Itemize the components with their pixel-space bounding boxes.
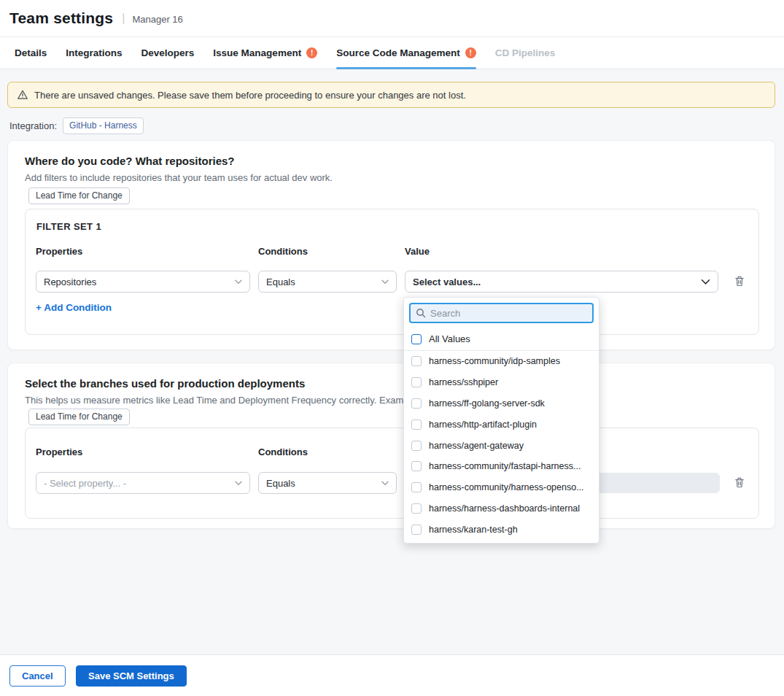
tab-label: Issue Management: [213, 47, 301, 58]
branches-card-subtitle: This helps us measure metrics like Lead …: [25, 395, 452, 406]
select-all-label: All Values: [429, 333, 470, 344]
value-multiselect-placeholder: Select values...: [413, 277, 701, 287]
footer-bar: Cancel Save SCM Settings: [0, 654, 784, 696]
delete-condition-button[interactable]: [732, 274, 747, 288]
properties-column-label: Properties: [36, 246, 82, 257]
branches-card-title: Select the branches used for production …: [25, 377, 305, 390]
chevron-down-icon: [381, 279, 389, 285]
repositories-card-subtitle: Add filters to include repositories that…: [25, 172, 333, 183]
search-icon: [416, 308, 426, 318]
property-select[interactable]: - Select property... -: [36, 472, 250, 494]
property-select-placeholder: - Select property... -: [44, 478, 235, 489]
repositories-card: Where do you code? What repositories? Ad…: [7, 140, 775, 350]
trash-icon: [734, 476, 745, 489]
repo-option[interactable]: harness-community/idp-samples: [404, 351, 599, 372]
branches-filter-set: Properties Conditions - Select property.…: [25, 428, 759, 519]
repo-option-label: harness/ff-golang-server-sdk: [429, 398, 545, 409]
checkbox-unchecked-icon[interactable]: [411, 398, 422, 409]
repo-option-label: harness/sshpiper: [429, 377, 498, 387]
values-dropdown-panel: All Values harness-community/idp-samples…: [403, 297, 599, 544]
tab-label: Source Code Management: [336, 47, 460, 58]
value-multiselect[interactable]: Select values...: [405, 271, 718, 293]
checkbox-unchecked-icon[interactable]: [411, 525, 422, 535]
save-scm-settings-button[interactable]: Save SCM Settings: [76, 665, 187, 687]
lead-time-chip: Lead Time for Change: [28, 409, 130, 425]
warning-triangle-icon: [17, 89, 28, 101]
properties-column-label: Properties: [36, 446, 82, 457]
page-header: Team settings | Manager 16: [0, 0, 784, 37]
tab-label: Developers: [141, 47, 195, 58]
filter-set-title: FILTER SET 1: [36, 221, 101, 232]
unsaved-changes-text: There are unsaved changes. Please save t…: [34, 90, 466, 101]
property-select-value: Repositories: [44, 277, 235, 287]
repo-option-label: harness-community/harness-openso...: [429, 482, 584, 492]
repo-option-label: harness/agent-gateway: [429, 441, 524, 451]
select-all-values-option[interactable]: All Values: [404, 328, 599, 351]
repo-option[interactable]: harness-community/harness-openso...: [404, 477, 599, 498]
unsaved-changes-banner: There are unsaved changes. Please save t…: [7, 82, 775, 108]
dropdown-search[interactable]: [409, 303, 594, 323]
repo-option[interactable]: harness/http-artifact-plugin: [404, 414, 599, 435]
repo-option[interactable]: harness/ff-golang-server-sdk: [404, 393, 599, 414]
repo-options-list: harness-community/idp-samples harness/ss…: [404, 351, 599, 544]
cancel-button[interactable]: Cancel: [9, 665, 66, 687]
checkbox-unchecked-icon[interactable]: [411, 334, 422, 344]
tab-alert-badge: !: [306, 47, 317, 58]
condition-select[interactable]: Equals: [258, 271, 397, 293]
tab[interactable]: Developers: [141, 37, 195, 69]
page-title: Team settings: [9, 9, 113, 27]
tab[interactable]: CD Pipelines: [495, 37, 556, 69]
repo-option-label: harness/harness-dashboards-internal: [429, 503, 580, 514]
lead-time-chip: Lead Time for Change: [28, 187, 130, 204]
checkbox-unchecked-icon[interactable]: [411, 419, 422, 430]
tab[interactable]: Integrations: [66, 37, 122, 69]
repo-option[interactable]: harness-community/fastapi-harness...: [404, 456, 599, 477]
tab-label: CD Pipelines: [495, 47, 556, 58]
tab-label: Details: [15, 47, 47, 58]
checkbox-unchecked-icon[interactable]: [411, 482, 422, 492]
chevron-down-icon: [381, 481, 389, 486]
integration-chip[interactable]: GitHub - Harness: [63, 117, 144, 134]
condition-select-value: Equals: [266, 277, 381, 287]
chevron-down-icon: [701, 279, 710, 285]
condition-select-value: Equals: [266, 478, 381, 489]
repositories-card-title: Where do you code? What repositories?: [25, 155, 235, 167]
repo-option[interactable]: harness/...: [404, 540, 599, 544]
checkbox-unchecked-icon[interactable]: [411, 356, 422, 366]
tab-label: Integrations: [66, 47, 122, 58]
repo-option[interactable]: harness/sshpiper: [404, 372, 599, 393]
branches-card: Select the branches used for production …: [7, 363, 775, 529]
tab[interactable]: Issue Management !: [213, 37, 317, 69]
checkbox-unchecked-icon[interactable]: [411, 441, 422, 451]
team-name: Manager 16: [132, 12, 182, 25]
repo-option[interactable]: harness/harness-dashboards-internal: [404, 498, 599, 519]
repo-option-label: harness/karan-test-gh: [429, 525, 518, 535]
add-condition-button[interactable]: + Add Condition: [36, 302, 112, 313]
condition-select[interactable]: Equals: [258, 472, 397, 494]
repo-option[interactable]: harness/karan-test-gh: [404, 519, 599, 540]
checkbox-unchecked-icon[interactable]: [411, 377, 422, 387]
trash-icon: [734, 275, 745, 287]
repo-option-label: harness-community/fastapi-harness...: [429, 461, 581, 471]
value-column-label: Value: [405, 246, 430, 257]
repo-option[interactable]: harness/agent-gateway: [404, 435, 599, 456]
checkbox-unchecked-icon[interactable]: [411, 503, 422, 514]
property-select[interactable]: Repositories: [36, 271, 250, 293]
tab-alert-badge: !: [465, 47, 476, 58]
integration-row: Integration: GitHub - Harness: [9, 117, 144, 134]
title-divider: |: [122, 12, 125, 25]
chevron-down-icon: [235, 481, 242, 486]
tab-bar: Details Integrations Developers Issue Ma…: [0, 37, 784, 69]
search-input[interactable]: [430, 308, 587, 319]
tab[interactable]: Details: [15, 37, 47, 69]
tab[interactable]: Source Code Management !: [336, 37, 476, 69]
checkbox-unchecked-icon[interactable]: [411, 461, 422, 471]
chevron-down-icon: [235, 279, 242, 285]
repo-option-label: harness/http-artifact-plugin: [429, 419, 537, 430]
filter-set-1: FILTER SET 1 Properties Conditions Value…: [25, 209, 759, 335]
repo-option-label: harness-community/idp-samples: [429, 356, 560, 366]
conditions-column-label: Conditions: [258, 446, 308, 457]
delete-condition-button[interactable]: [732, 475, 747, 490]
conditions-column-label: Conditions: [258, 246, 308, 257]
integration-label: Integration:: [9, 120, 57, 131]
